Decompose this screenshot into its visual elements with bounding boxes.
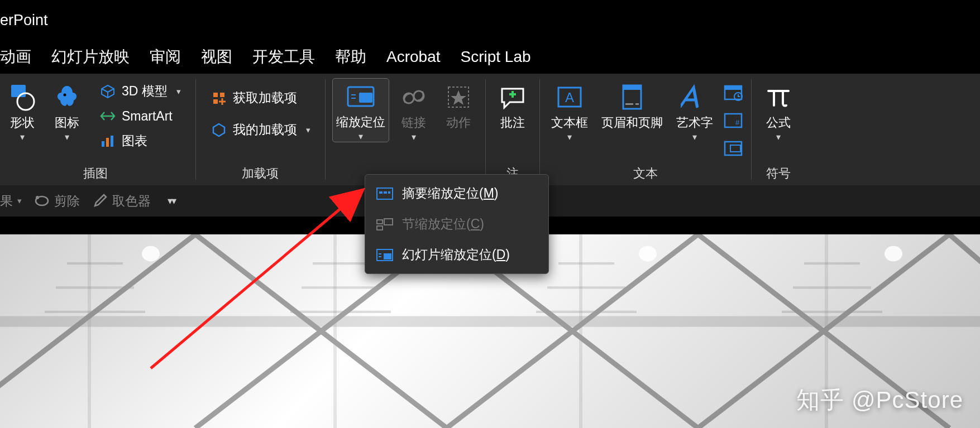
group-text-label: 文本 bbox=[547, 163, 744, 185]
slide-number-button[interactable]: # bbox=[722, 109, 744, 132]
chevron-down-icon: ▾ bbox=[567, 132, 572, 142]
menu-summary-label: 摘要缩放定位(M) bbox=[402, 185, 499, 202]
zoom-dropdown-menu: 摘要缩放定位(M) 节缩放定位(C) 幻灯片缩放定位(D) bbox=[365, 174, 549, 274]
chevron-down-icon: ▾ bbox=[412, 132, 416, 142]
group-addins-label: 加载项 bbox=[203, 163, 318, 185]
section-zoom-icon bbox=[376, 218, 393, 231]
tab-view[interactable]: 视图 bbox=[201, 46, 232, 68]
tab-developer[interactable]: 开发工具 bbox=[252, 46, 315, 68]
headerfooter-label: 页眉和页脚 bbox=[601, 115, 663, 131]
menu-slide-zoom[interactable]: 幻灯片缩放定位(D) bbox=[365, 239, 548, 270]
shapes-button[interactable]: 形状 ▾ bbox=[2, 78, 42, 142]
svg-text:#: # bbox=[735, 118, 740, 127]
app-title-fragment: erPoint bbox=[0, 12, 48, 29]
svg-text:A: A bbox=[565, 90, 574, 105]
ribbon: 形状 ▾ 图标 ▾ 3D 模型 ▾ bbox=[0, 74, 980, 185]
tab-slideshow[interactable]: 幻灯片放映 bbox=[51, 46, 130, 68]
svg-rect-35 bbox=[377, 220, 383, 224]
eyedropper-icon bbox=[92, 193, 108, 209]
svg-rect-20 bbox=[625, 103, 633, 105]
date-time-button[interactable] bbox=[722, 81, 744, 104]
chevron-down-icon: ▾ bbox=[20, 132, 25, 142]
link-label: 链接 bbox=[401, 115, 426, 131]
3dmodel-button[interactable]: 3D 模型 ▾ bbox=[95, 80, 185, 102]
overflow-icon[interactable]: ▾▾ bbox=[168, 195, 175, 207]
svg-rect-23 bbox=[725, 86, 742, 90]
sb-effect-label: 果 bbox=[0, 193, 13, 210]
svg-rect-21 bbox=[635, 103, 639, 105]
chevron-down-icon: ▾ bbox=[692, 132, 697, 142]
zoom-button[interactable]: 缩放定位 ▾ bbox=[332, 78, 389, 142]
link-button[interactable]: 链接 ▾ bbox=[394, 78, 434, 142]
icons-button[interactable]: 图标 ▾ bbox=[47, 78, 87, 142]
svg-rect-12 bbox=[351, 98, 356, 99]
watermark: 知乎 @PcStore bbox=[796, 384, 963, 416]
icons-icon bbox=[51, 81, 83, 113]
tab-acrobat[interactable]: Acrobat bbox=[386, 48, 441, 66]
textbox-button[interactable]: A 文本框 ▾ bbox=[547, 78, 592, 142]
get-addins-label: 获取加载项 bbox=[233, 89, 297, 107]
3dmodel-label: 3D 模型 bbox=[122, 83, 168, 100]
svg-rect-8 bbox=[213, 99, 218, 104]
action-button[interactable]: 动作 bbox=[438, 78, 479, 131]
textbox-icon: A bbox=[554, 81, 585, 113]
link-icon bbox=[398, 81, 429, 113]
group-illustrations-label: 插图 bbox=[2, 163, 189, 185]
my-addins-button[interactable]: 我的加载项 ▾ bbox=[206, 119, 315, 141]
svg-point-2 bbox=[64, 94, 66, 97]
store-icon bbox=[211, 90, 227, 107]
sb-crop-label: 剪除 bbox=[54, 193, 80, 210]
icons-label: 图标 bbox=[55, 115, 79, 131]
svg-rect-27 bbox=[725, 142, 742, 155]
comment-button[interactable]: 批注 bbox=[493, 78, 533, 131]
menu-section-zoom: 节缩放定位(C) bbox=[365, 209, 548, 239]
my-addins-label: 我的加载项 bbox=[233, 121, 297, 138]
sb-effect-button[interactable]: 果 ▾ bbox=[0, 193, 22, 210]
comment-icon bbox=[497, 81, 528, 113]
wordart-icon bbox=[679, 81, 710, 113]
textbox-label: 文本框 bbox=[551, 115, 588, 131]
svg-rect-28 bbox=[730, 145, 740, 152]
svg-point-14 bbox=[414, 91, 424, 101]
divider bbox=[485, 79, 486, 180]
chart-button[interactable]: 图表 bbox=[95, 130, 185, 152]
chevron-down-icon: ▾ bbox=[358, 131, 363, 142]
star-icon bbox=[443, 81, 474, 113]
svg-rect-5 bbox=[111, 136, 113, 147]
svg-point-13 bbox=[404, 93, 414, 103]
svg-rect-39 bbox=[384, 253, 391, 259]
shapes-icon bbox=[7, 81, 38, 113]
svg-rect-0 bbox=[11, 85, 26, 97]
sb-crop-button[interactable]: 剪除 bbox=[34, 193, 80, 210]
equation-button[interactable]: 公式 ▾ bbox=[758, 78, 799, 142]
svg-rect-3 bbox=[102, 141, 104, 147]
tab-animations[interactable]: 动画 bbox=[0, 46, 31, 68]
svg-rect-19 bbox=[623, 85, 641, 90]
divider bbox=[325, 79, 326, 180]
illustrations-stack: 3D 模型 ▾ SmartArt 图表 bbox=[92, 78, 189, 154]
smartart-button[interactable]: SmartArt bbox=[95, 105, 185, 127]
equation-label: 公式 bbox=[766, 115, 791, 131]
hexagon-icon bbox=[211, 122, 227, 138]
get-addins-button[interactable]: 获取加载项 bbox=[206, 87, 315, 109]
zoom-label: 缩放定位 bbox=[336, 114, 385, 130]
tab-review[interactable]: 审阅 bbox=[150, 46, 181, 68]
svg-rect-7 bbox=[220, 93, 224, 97]
svg-rect-10 bbox=[359, 93, 372, 103]
object-button[interactable] bbox=[722, 137, 744, 160]
wordart-button[interactable]: 艺术字 ▾ bbox=[672, 78, 718, 142]
summary-zoom-icon bbox=[376, 187, 393, 200]
tab-help[interactable]: 帮助 bbox=[335, 46, 366, 68]
divider bbox=[195, 79, 196, 180]
shapes-label: 形状 bbox=[10, 115, 35, 131]
group-comments: 批注 注 bbox=[487, 74, 538, 185]
svg-rect-4 bbox=[106, 138, 109, 147]
menu-summary-zoom[interactable]: 摘要缩放定位(M) bbox=[365, 178, 548, 209]
headerfooter-button[interactable]: 页眉和页脚 bbox=[597, 78, 667, 131]
sb-eyedrop-button[interactable]: 取色器 bbox=[92, 193, 151, 210]
svg-rect-40 bbox=[379, 253, 381, 254]
titlebar: erPoint bbox=[0, 0, 980, 40]
pi-icon bbox=[763, 81, 794, 113]
tab-scriptlab[interactable]: Script Lab bbox=[461, 48, 531, 66]
text-extra-buttons: # bbox=[722, 78, 744, 160]
